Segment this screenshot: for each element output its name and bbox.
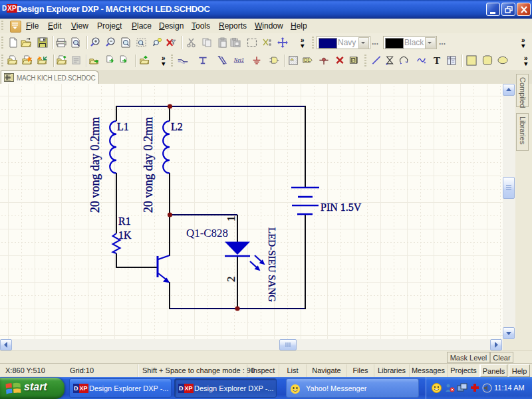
svg-text:Net1: Net1 — [233, 57, 244, 63]
svg-text:L2: L2 — [171, 121, 183, 132]
svg-text:Q1-C828: Q1-C828 — [186, 227, 228, 239]
svg-text:2: 2 — [225, 277, 237, 283]
svg-text:D1: D1 — [304, 58, 310, 63]
svg-text:20 vong day 0.2mm: 20 vong day 0.2mm — [142, 117, 155, 213]
svg-text:PIN 1.5V: PIN 1.5V — [321, 201, 362, 213]
svg-text:P: P — [352, 58, 355, 63]
svg-text:T: T — [434, 55, 440, 66]
svg-text:LED-SIEU SANG: LED-SIEU SANG — [267, 227, 277, 302]
svg-text:1K: 1K — [118, 229, 132, 241]
svg-text:R1: R1 — [118, 215, 131, 227]
svg-text:L1: L1 — [117, 121, 129, 132]
svg-text:20 vong day 0.2mm: 20 vong day 0.2mm — [88, 117, 102, 213]
svg-text:1: 1 — [225, 216, 237, 222]
